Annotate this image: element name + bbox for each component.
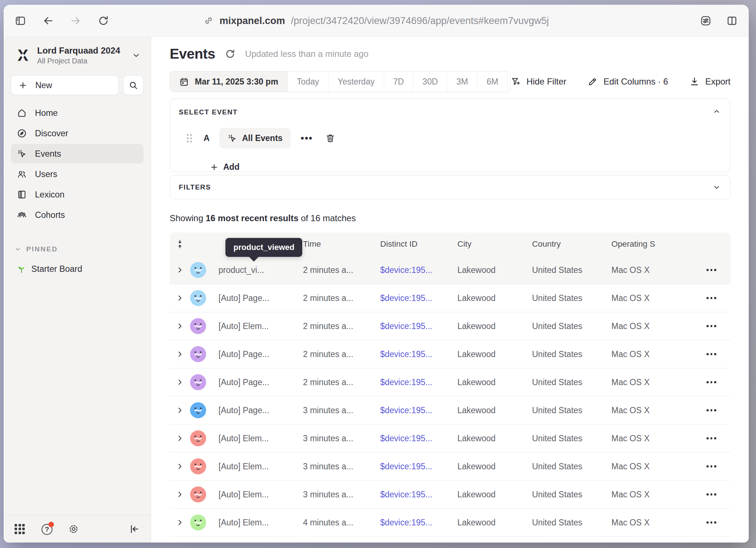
col-header-city[interactable]: City (457, 239, 532, 249)
col-header-distinct-id[interactable]: Distinct ID (380, 239, 457, 249)
row-actions-kebab-icon[interactable] (701, 381, 731, 383)
sidebar-item-lexicon[interactable]: Lexicon (11, 185, 143, 204)
cell-country: United States (532, 434, 611, 443)
edit-columns-button[interactable]: Edit Columns · 6 (587, 77, 668, 87)
table-row[interactable]: [Auto] Elem... 4 minutes a... $device:19… (170, 536, 731, 543)
range-yesterday[interactable]: Yesterday (328, 71, 383, 92)
row-actions-kebab-icon[interactable] (701, 325, 731, 327)
row-actions-kebab-icon[interactable] (701, 409, 731, 411)
cell-distinct-id[interactable]: $device:195... (380, 518, 457, 528)
back-button[interactable] (42, 15, 54, 27)
cell-distinct-id[interactable]: $device:195... (380, 377, 457, 387)
chevron-down-icon[interactable] (713, 183, 721, 191)
cell-distinct-id[interactable]: $device:195... (380, 462, 457, 471)
cell-distinct-id[interactable]: $device:195... (380, 349, 457, 359)
chevron-right-icon[interactable] (176, 294, 184, 302)
table-row[interactable]: [Auto] Page... 2 minutes a... $device:19… (170, 368, 731, 396)
split-view-icon[interactable] (726, 15, 738, 27)
forward-button[interactable] (70, 15, 82, 27)
pinned-section-toggle[interactable]: PINNED (11, 245, 143, 253)
chevron-up-icon[interactable] (713, 107, 721, 116)
chevron-down-icon (15, 246, 21, 253)
chevron-right-icon[interactable] (176, 518, 184, 527)
cell-os: Mac OS X (611, 293, 701, 303)
main-content: Events Updated less than a minute ago Ma… (151, 37, 749, 543)
row-actions-kebab-icon[interactable] (701, 493, 731, 496)
chevron-right-icon[interactable] (176, 322, 184, 330)
table-row[interactable]: [Auto] Elem... 2 minutes a... $device:19… (170, 312, 731, 340)
event-avatar (190, 486, 206, 502)
cell-distinct-id[interactable]: $device:195... (380, 490, 457, 500)
sidebar-item-discover[interactable]: Discover (11, 124, 143, 143)
chevron-right-icon[interactable] (176, 378, 184, 386)
cell-event: [Auto] Page... (218, 293, 303, 303)
cell-event: [Auto] Elem... (218, 462, 303, 471)
add-event-button[interactable]: Add (210, 162, 721, 172)
cell-distinct-id[interactable]: $device:195... (380, 293, 457, 303)
table-row[interactable]: [Auto] Elem... 3 minutes a... $device:19… (170, 480, 731, 508)
range-7d[interactable]: 7D (384, 71, 413, 92)
cell-distinct-id[interactable]: $device:195... (380, 265, 457, 275)
more-options-icon[interactable]: ••• (301, 136, 313, 140)
chevron-right-icon[interactable] (176, 266, 184, 274)
project-switcher[interactable]: X Lord Farquaad 2024 All Project Data (11, 44, 143, 67)
url-bar[interactable]: mixpanel.com/project/3472420/view/397469… (204, 15, 549, 26)
sidebar-toggle-icon[interactable] (15, 15, 26, 27)
table-row[interactable]: [Auto] Page... 2 minutes a... $device:19… (170, 340, 731, 368)
hide-filter-button[interactable]: Hide Filter (511, 77, 566, 87)
event-selector-chip[interactable]: All Events (219, 128, 291, 148)
help-icon[interactable]: ? (42, 524, 52, 534)
table-row[interactable]: [Auto] Page... 3 minutes a... $device:19… (170, 396, 731, 424)
table-row[interactable]: [Auto] Page... 2 minutes a... $device:19… (170, 284, 731, 312)
collapse-all-icon[interactable] (175, 239, 185, 249)
pinned-item-starter-board[interactable]: Starter Board (11, 264, 143, 274)
date-picker-button[interactable]: Mar 11, 2025 3:30 pm (170, 71, 287, 92)
cell-distinct-id[interactable]: $device:195... (380, 321, 457, 331)
plus-icon (210, 163, 218, 171)
row-actions-kebab-icon[interactable] (701, 297, 731, 299)
table-row[interactable]: [Auto] Elem... 4 minutes a... $device:19… (170, 508, 731, 536)
chevron-right-icon[interactable] (176, 350, 184, 358)
range-3m[interactable]: 3M (447, 71, 477, 92)
col-header-os[interactable]: Operating S (611, 239, 701, 249)
page-settings-icon[interactable] (700, 15, 712, 27)
cell-country: United States (532, 462, 611, 471)
col-header-time[interactable]: Time (303, 239, 380, 249)
cell-city: Lakewood (457, 434, 532, 443)
new-button[interactable]: New (11, 75, 119, 95)
chevron-right-icon[interactable] (176, 462, 184, 470)
row-actions-kebab-icon[interactable] (701, 437, 731, 439)
reload-button[interactable] (98, 15, 109, 27)
apps-grid-icon[interactable] (15, 524, 25, 534)
cell-distinct-id[interactable]: $device:195... (380, 434, 457, 443)
row-actions-kebab-icon[interactable] (701, 353, 731, 355)
collapse-sidebar-icon[interactable] (129, 524, 140, 535)
export-button[interactable]: Export (689, 77, 731, 87)
row-actions-kebab-icon[interactable] (701, 465, 731, 467)
event-row-letter: A (204, 133, 210, 143)
range-6m[interactable]: 6M (477, 71, 507, 92)
sidebar-item-home[interactable]: Home (11, 103, 143, 123)
row-actions-kebab-icon[interactable] (701, 269, 731, 271)
sidebar-item-users[interactable]: Users (11, 164, 143, 184)
search-button[interactable] (123, 75, 143, 95)
table-row[interactable]: [Auto] Elem... 3 minutes a... $device:19… (170, 452, 731, 480)
chevron-right-icon[interactable] (176, 490, 184, 498)
drag-handle[interactable] (187, 134, 192, 142)
sidebar-item-label: Home (35, 108, 58, 118)
range-12m[interactable]: 12M (507, 71, 511, 92)
row-actions-kebab-icon[interactable] (701, 521, 731, 524)
range-today[interactable]: Today (287, 71, 328, 92)
table-row[interactable]: [Auto] Elem... 3 minutes a... $device:19… (170, 424, 731, 452)
refresh-icon[interactable] (225, 48, 236, 59)
range-30d[interactable]: 30D (413, 71, 447, 92)
cell-event: [Auto] Elem... (218, 490, 303, 500)
cell-distinct-id[interactable]: $device:195... (380, 406, 457, 415)
sidebar-item-cohorts[interactable]: Cohorts (11, 205, 143, 225)
settings-gear-icon[interactable] (68, 524, 79, 534)
col-header-country[interactable]: Country (532, 239, 611, 249)
chevron-right-icon[interactable] (176, 406, 184, 414)
trash-icon[interactable] (325, 133, 335, 143)
sidebar-item-events[interactable]: Events (11, 144, 143, 164)
chevron-right-icon[interactable] (176, 434, 184, 442)
